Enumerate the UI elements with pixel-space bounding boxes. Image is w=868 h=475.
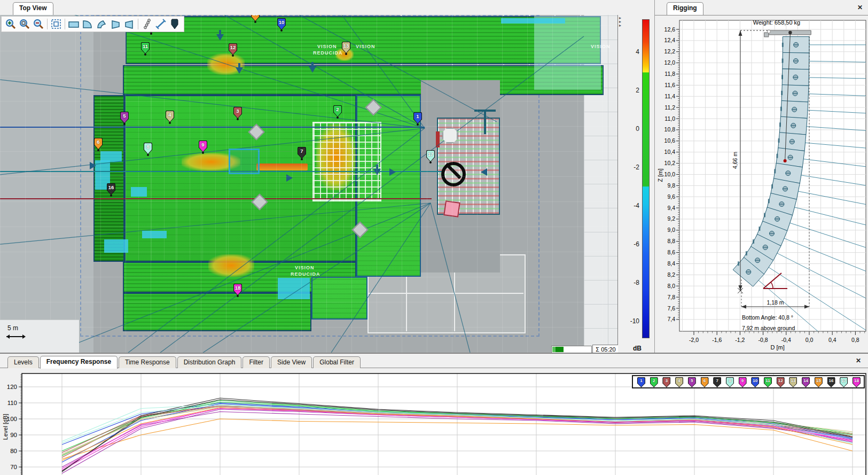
top-view-tabbar: Top View [0, 0, 618, 15]
top-view-map[interactable]: VISIONREDUCIDAVISIONVISIONVISIONREDUCIDA… [0, 15, 618, 353]
tab-time-response[interactable]: Time Response [119, 356, 176, 368]
pin-number: 10 [277, 19, 286, 25]
pin-number: 1 [413, 113, 422, 119]
measurement-point-pin-17[interactable]: 17 [840, 377, 848, 387]
spl-hotspot [208, 254, 254, 277]
spl-cool-patch [142, 231, 167, 238]
colorbar-adjust-icon[interactable]: ▸▸▸ [619, 16, 621, 27]
close-rigging-icon[interactable]: ✕ [856, 3, 864, 12]
direction-arrow-icon [216, 34, 224, 44]
pin-number: 17 [426, 151, 435, 157]
colorbar-tick-label: -8 [618, 279, 639, 286]
measurement-point-pin-18[interactable]: 18 [853, 377, 861, 387]
measurement-point-pin-8[interactable]: 8 [726, 377, 734, 387]
measurement-point-pin-11[interactable]: 11 [764, 377, 772, 387]
pin-number: 4 [166, 112, 174, 118]
audience-area-upper-stand[interactable] [123, 65, 604, 95]
tab-global-filter[interactable]: Global Filter [313, 356, 361, 368]
svg-text:8,6: 8,6 [667, 249, 675, 255]
svg-text:80: 80 [10, 448, 17, 454]
tab-filter[interactable]: Filter [243, 356, 270, 368]
svg-text:8,8: 8,8 [667, 238, 675, 244]
measurement-point-pin-5[interactable]: 5 [688, 377, 696, 387]
tab-frequency-response[interactable]: Frequency Response [40, 356, 118, 369]
svg-text:Weight: 658,50 kg: Weight: 658,50 kg [753, 19, 800, 26]
measurement-point-pin-6[interactable]: 6 [701, 377, 709, 387]
surface-trapezoid-left-icon[interactable] [109, 18, 122, 30]
pin-number: 9 [739, 378, 747, 383]
svg-text:-1,2: -1,2 [735, 337, 745, 343]
tab-side-view[interactable]: Side View [271, 356, 312, 368]
array-tool-icon[interactable] [140, 18, 153, 30]
pin-number: 18 [233, 285, 242, 291]
measurement-point-pin-16[interactable]: 16 [827, 377, 835, 387]
audience-area-lower-right[interactable] [311, 277, 367, 320]
pin-number: 6 [94, 139, 103, 145]
stage-scaffold-grid [312, 122, 381, 201]
svg-text:10,0: 10,0 [664, 171, 676, 177]
svg-text:-0,4: -0,4 [781, 337, 791, 343]
colorbar-tick-label: 0 [618, 125, 639, 133]
pin-number: 13 [789, 378, 797, 383]
pin-number: 7 [713, 378, 721, 383]
measurement-point-pin-4[interactable]: 4 [675, 377, 683, 387]
scale-label: 5 m [7, 324, 18, 332]
prohibition-sign [441, 162, 466, 186]
surface-quarter-circle-icon[interactable] [81, 18, 94, 30]
scale-bar-arrow-right [22, 334, 28, 339]
rigging-tabbar: Rigging ✕ [655, 0, 868, 15]
pin-number: 10 [751, 378, 759, 383]
zoom-in-icon[interactable] [4, 18, 17, 30]
measurement-point-pin-10[interactable]: 10 [751, 377, 759, 387]
measurement-point-pin-1[interactable]: 1 [637, 377, 645, 387]
svg-text:10,8: 10,8 [664, 126, 676, 133]
measurement-point-pin-2[interactable]: 2 [650, 377, 658, 387]
svg-text:0,4: 0,4 [828, 337, 836, 343]
pin-number: 6 [701, 378, 709, 383]
svg-text:Bottom Angle: 40,8 °: Bottom Angle: 40,8 ° [742, 314, 793, 321]
stage-red-bar [436, 131, 440, 147]
measurement-point-pin-15[interactable]: 15 [815, 377, 823, 387]
measurement-reference-line [0, 127, 425, 128]
fit-view-icon[interactable] [50, 18, 62, 30]
spl-hotspot-streak [256, 163, 308, 170]
zoom-original-icon[interactable] [18, 18, 31, 30]
measurement-point-pin-13[interactable]: 13 [789, 377, 797, 387]
close-analysis-icon[interactable]: ✕ [854, 356, 863, 365]
measurement-point-pin-3[interactable]: 3 [662, 377, 670, 387]
rigging-chart: 12,612,412,212,011,811,611,411,211,010,8… [655, 15, 868, 353]
measurement-point-pin-7[interactable]: 7 [713, 377, 721, 387]
app-window: Top View [0, 0, 868, 475]
direction-arrow-icon [236, 67, 243, 77]
marker-tool-icon[interactable] [168, 18, 181, 30]
svg-text:Level [dB]: Level [dB] [2, 414, 9, 440]
tab-distribution-graph[interactable]: Distribution Graph [177, 356, 242, 368]
measurement-point-pin-12[interactable]: 12 [777, 377, 785, 387]
measurement-point-pin-9[interactable]: 9 [739, 377, 747, 387]
zoom-out-icon[interactable] [32, 18, 45, 30]
colorbar-tick-label: 2 [618, 87, 639, 94]
chart-legend: 123456789101112131415161718 [632, 375, 865, 388]
surface-rectangle-icon[interactable] [67, 18, 80, 30]
colorbar-tick-label: -10 [618, 317, 639, 325]
tab-levels[interactable]: Levels [7, 356, 39, 368]
rigging-panel: Rigging ✕ 12,612,412,212,011,811,611,411… [654, 0, 868, 353]
subwoofer-pink-marker[interactable] [443, 200, 460, 217]
surface-arc-icon[interactable] [95, 18, 108, 30]
tab-top-view[interactable]: Top View [13, 2, 53, 15]
analysis-tabbar: LevelsFrequency ResponseTime ResponseDis… [0, 354, 868, 368]
colorbar-tick-label: -2 [618, 163, 639, 171]
stage-antenna [484, 111, 486, 134]
svg-text:9,2: 9,2 [667, 215, 675, 222]
measurement-point-pin-14[interactable]: 14 [802, 377, 810, 387]
measure-tool-icon[interactable] [154, 18, 167, 30]
svg-text:9,0: 9,0 [667, 227, 675, 233]
svg-text:12,4: 12,4 [664, 37, 676, 43]
surface-trapezoid-right-icon[interactable] [123, 18, 136, 30]
svg-text:10,4: 10,4 [664, 149, 676, 155]
pin-number: 8 [726, 378, 734, 383]
tab-rigging[interactable]: Rigging [667, 2, 703, 15]
svg-text:10,2: 10,2 [664, 160, 676, 166]
colorbar-tick-label: 4 [618, 48, 639, 56]
svg-text:12,2: 12,2 [664, 48, 676, 54]
